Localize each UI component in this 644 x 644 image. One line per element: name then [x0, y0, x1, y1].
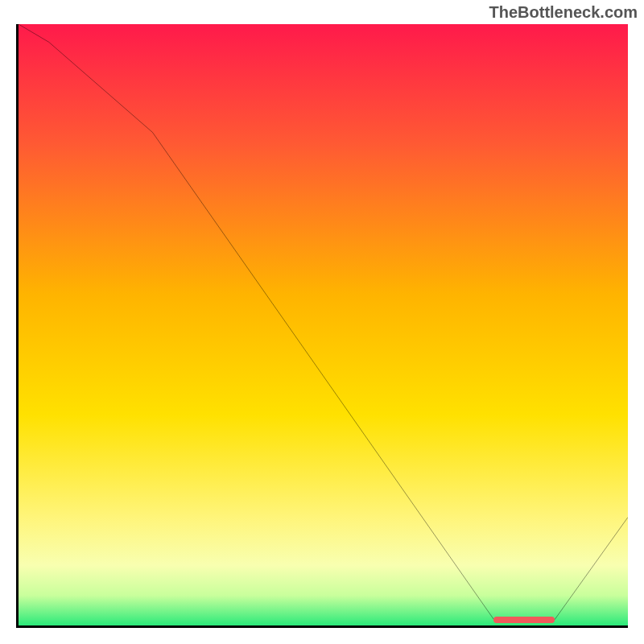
- attribution-label: TheBottleneck.com: [489, 3, 638, 22]
- plot-area: [16, 24, 628, 628]
- optimal-range-marker: [493, 617, 555, 623]
- bottleneck-curve: [19, 24, 628, 625]
- chart-container: TheBottleneck.com: [0, 0, 644, 644]
- curve-path: [19, 24, 628, 620]
